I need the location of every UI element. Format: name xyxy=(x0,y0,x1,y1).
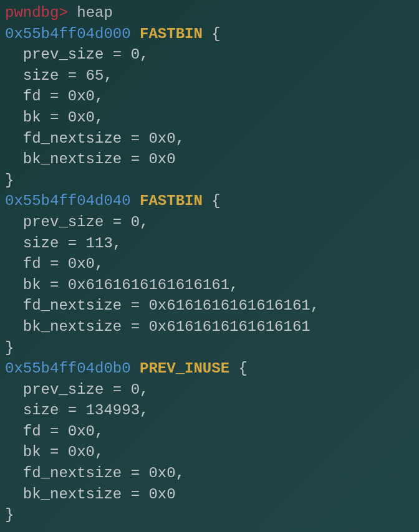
close-brace: } xyxy=(5,170,414,191)
close-brace: } xyxy=(5,505,414,526)
field-fd: fd = 0x0, xyxy=(5,421,414,442)
open-brace: { xyxy=(229,360,248,377)
heap-chunk-1: 0x55b4ff04d040 FASTBIN { prev_size = 0, … xyxy=(5,191,414,358)
field-prev-size: prev_size = 0, xyxy=(5,44,414,65)
chunk-address: 0x55b4ff04d040 xyxy=(5,192,131,209)
field-bk-nextsize: bk_nextsize = 0x6161616161616161 xyxy=(5,316,414,338)
chunk-address: 0x55b4ff04d000 xyxy=(5,26,131,42)
chunk-header: 0x55b4ff04d0b0 PREV_INUSE { xyxy=(5,358,414,379)
field-bk: bk = 0x0, xyxy=(5,107,414,128)
field-fd-nextsize: fd_nextsize = 0x0, xyxy=(5,463,414,484)
field-size: size = 113, xyxy=(5,233,414,254)
field-fd-nextsize: fd_nextsize = 0x0, xyxy=(5,128,414,150)
field-fd-nextsize: fd_nextsize = 0x6161616161616161, xyxy=(5,295,414,316)
field-size: size = 134993, xyxy=(5,400,414,421)
chunk-address: 0x55b4ff04d0b0 xyxy=(5,360,131,377)
field-prev-size: prev_size = 0, xyxy=(5,379,414,401)
field-fd: fd = 0x0, xyxy=(5,254,414,275)
open-brace: { xyxy=(203,26,221,42)
prompt: pwndbg> xyxy=(5,4,68,21)
field-fd: fd = 0x0, xyxy=(5,86,414,107)
field-prev-size: prev_size = 0, xyxy=(5,212,414,233)
close-brace: } xyxy=(5,338,414,359)
terminal-output: pwndbg> heap 0x55b4ff04d000 FASTBIN { pr… xyxy=(5,2,414,526)
chunk-header: 0x55b4ff04d000 FASTBIN { xyxy=(5,24,414,45)
command-text: heap xyxy=(68,4,113,21)
chunk-flag: PREV_INUSE xyxy=(131,360,229,377)
field-size: size = 65, xyxy=(5,65,414,87)
chunk-header: 0x55b4ff04d040 FASTBIN { xyxy=(5,191,414,212)
heap-chunk-2: 0x55b4ff04d0b0 PREV_INUSE { prev_size = … xyxy=(5,358,414,526)
field-bk-nextsize: bk_nextsize = 0x0 xyxy=(5,149,414,170)
chunk-flag: FASTBIN xyxy=(131,26,203,42)
open-brace: { xyxy=(203,192,221,209)
field-bk-nextsize: bk_nextsize = 0x0 xyxy=(5,484,414,505)
field-bk: bk = 0x0, xyxy=(5,442,414,463)
field-bk: bk = 0x6161616161616161, xyxy=(5,275,414,296)
chunk-flag: FASTBIN xyxy=(131,192,203,209)
prompt-line[interactable]: pwndbg> heap xyxy=(5,2,414,24)
heap-chunk-0: 0x55b4ff04d000 FASTBIN { prev_size = 0, … xyxy=(5,24,414,191)
